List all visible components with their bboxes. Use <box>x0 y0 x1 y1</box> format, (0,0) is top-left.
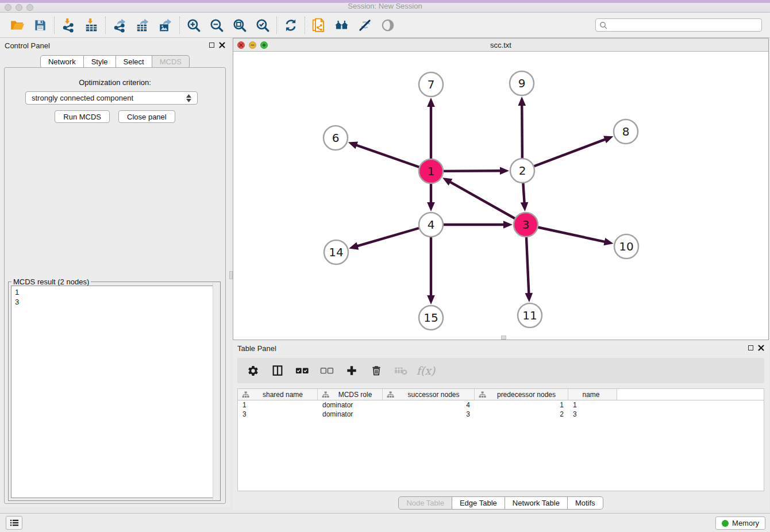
column-header-predecessor-nodes[interactable]: predecessor nodes <box>475 389 568 400</box>
run-mcds-button[interactable]: Run MCDS <box>55 110 110 123</box>
edge-2-8[interactable] <box>522 139 606 171</box>
cell-mcds-role[interactable]: dominator <box>318 410 383 419</box>
select-all-icon[interactable] <box>292 360 312 381</box>
edge-arrowhead <box>427 98 435 107</box>
mcds-result-list[interactable]: 1 3 <box>11 286 218 498</box>
search-icon <box>599 21 608 30</box>
main-toolbar <box>0 13 770 38</box>
close-panel-button[interactable]: Close panel <box>118 110 175 123</box>
network-canvas[interactable]: 7968124314101511 <box>233 52 768 340</box>
node-label-7: 7 <box>428 78 435 91</box>
zoom-out-icon[interactable] <box>205 15 228 36</box>
criterion-value: strongly connected component <box>32 94 133 102</box>
tab-select[interactable]: Select <box>116 55 152 68</box>
search-input[interactable] <box>608 21 761 29</box>
column-label: predecessor nodes <box>492 391 568 399</box>
optimization-criterion-select[interactable]: strongly connected component <box>25 91 198 105</box>
export-table-icon[interactable] <box>131 15 154 36</box>
table-row[interactable]: 1dominator411 <box>238 400 764 410</box>
node-label-15: 15 <box>424 311 438 325</box>
tab-edge-table[interactable]: Edge Table <box>452 496 505 510</box>
float-table-panel-icon[interactable] <box>748 345 753 350</box>
column-type-icon <box>322 391 329 398</box>
network-resize-handle[interactable] <box>501 336 506 340</box>
close-panel-icon[interactable] <box>219 42 225 48</box>
table-panel-header: Table Panel <box>233 341 769 357</box>
open-session-icon[interactable] <box>6 15 29 36</box>
close-table-panel-icon[interactable] <box>758 345 764 351</box>
tab-motifs[interactable]: Motifs <box>568 496 603 510</box>
add-column-icon[interactable] <box>342 360 361 381</box>
save-session-icon[interactable] <box>29 15 52 36</box>
toolbar-separator <box>105 17 106 34</box>
list-icon <box>9 518 20 527</box>
hide-graphics-details-icon[interactable] <box>353 15 376 36</box>
node-label-6: 6 <box>332 131 340 145</box>
edge-arrowhead <box>603 136 613 143</box>
tab-network[interactable]: Network <box>40 55 84 68</box>
cell-predecessor-nodes[interactable]: 2 <box>475 410 568 419</box>
column-header-mcds-role[interactable]: MCDS role <box>318 389 383 400</box>
zoom-fit-icon[interactable] <box>228 15 251 36</box>
column-type-icon <box>242 391 249 398</box>
edge-arrowhead <box>427 202 435 211</box>
edge-arrowhead <box>518 97 526 106</box>
tab-node-table[interactable]: Node Table <box>398 496 452 510</box>
tab-network-table[interactable]: Network Table <box>505 496 568 510</box>
cell-predecessor-nodes[interactable]: 1 <box>475 400 568 410</box>
column-type-icon <box>387 391 394 398</box>
node-label-14: 14 <box>329 245 343 259</box>
window-title: Session: New Session <box>0 2 770 10</box>
tab-mcds[interactable]: MCDS <box>152 55 190 68</box>
cell-name[interactable]: 1 <box>568 400 617 410</box>
node-label-10: 10 <box>619 240 633 253</box>
show-graphics-details-icon[interactable] <box>376 15 399 36</box>
table-panel: Table Panel f(x) shared n <box>233 341 769 510</box>
export-image-icon[interactable] <box>154 15 177 36</box>
table-body: 1dominator4113dominator323 <box>238 400 764 419</box>
float-panel-icon[interactable] <box>209 43 214 48</box>
status-menu-button[interactable] <box>6 516 22 530</box>
show-columns-icon[interactable] <box>268 360 287 381</box>
status-bar: Memory <box>0 513 770 532</box>
import-network-icon[interactable] <box>57 15 80 36</box>
cell-shared-name[interactable]: 1 <box>238 400 318 410</box>
tab-style[interactable]: Style <box>84 55 116 68</box>
memory-button[interactable]: Memory <box>715 516 765 530</box>
toolbar-separator <box>179 17 180 34</box>
cell-shared-name[interactable]: 3 <box>238 410 318 419</box>
cell-name[interactable]: 3 <box>568 410 617 419</box>
column-header-shared-name[interactable]: shared name <box>238 389 318 400</box>
refresh-view-icon[interactable] <box>279 15 302 36</box>
toolbar-search[interactable] <box>595 18 762 32</box>
cell-successor-nodes[interactable]: 4 <box>383 400 475 410</box>
toolbar-separator <box>305 17 305 34</box>
deselect-all-icon[interactable] <box>317 360 337 381</box>
table-settings-gear-icon[interactable] <box>243 360 263 381</box>
cell-successor-nodes[interactable]: 3 <box>383 410 475 419</box>
network-window-title: scc.txt <box>233 41 768 49</box>
select-arrows-icon <box>186 94 191 102</box>
new-network-from-selection-icon[interactable] <box>307 15 330 36</box>
node-label-1: 1 <box>428 164 435 178</box>
fx-label: f(x) <box>417 364 436 377</box>
mcds-tab-panel: Optimization criterion: strongly connect… <box>4 67 226 504</box>
export-network-icon[interactable] <box>108 15 131 36</box>
window-titlebar: Session: New Session <box>0 0 770 13</box>
node-table: shared nameMCDS rolesuccessor nodesprede… <box>237 388 764 491</box>
network-home-icon[interactable] <box>330 15 353 36</box>
edge-arrowhead <box>349 242 359 250</box>
table-row[interactable]: 3dominator323 <box>238 410 764 419</box>
column-header-successor-nodes[interactable]: successor nodes <box>383 389 475 400</box>
zoom-selected-icon[interactable] <box>251 15 274 36</box>
column-header-name[interactable]: name <box>568 389 617 400</box>
delete-column-trash-icon[interactable] <box>367 360 386 381</box>
column-label: name <box>572 391 617 399</box>
import-table-icon[interactable] <box>80 15 103 36</box>
control-panel-tabs: NetworkStyleSelectMCDS <box>0 55 230 68</box>
result-scrollbar[interactable] <box>213 283 220 500</box>
cell-mcds-role[interactable]: dominator <box>318 400 383 410</box>
edge-3-1[interactable] <box>449 182 526 225</box>
zoom-in-icon[interactable] <box>182 15 205 36</box>
memory-label: Memory <box>732 519 759 527</box>
